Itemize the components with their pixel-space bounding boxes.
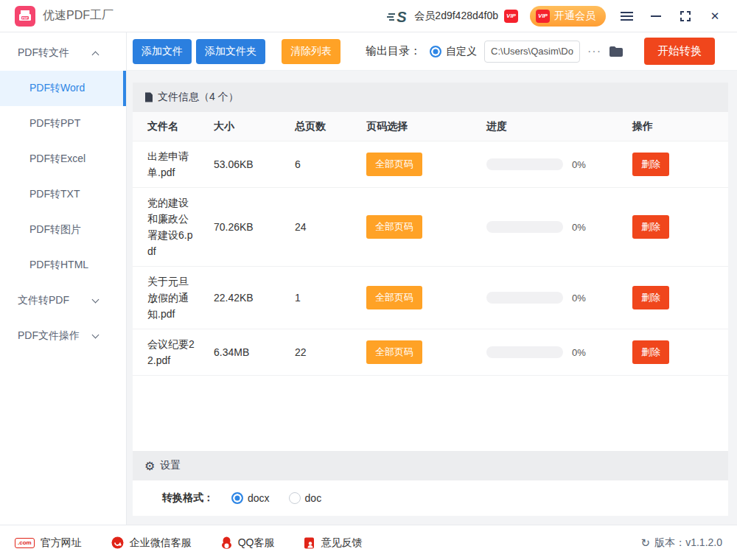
file-pages: 22 <box>295 340 366 365</box>
sidebar-item-pdf-to-excel[interactable]: PDF转Excel <box>0 141 126 177</box>
sidebar-group-file-to-pdf[interactable]: 文件转PDF <box>0 283 126 318</box>
start-convert-button[interactable]: 开始转换 <box>644 38 715 65</box>
sidebar-item-pdf-to-txt[interactable]: PDF转TXT <box>0 177 126 212</box>
format-doc-label: doc <box>305 492 322 504</box>
add-folder-button[interactable]: 添加文件夹 <box>196 39 265 64</box>
output-dir-label: 输出目录： <box>366 44 421 58</box>
folder-icon <box>609 46 624 57</box>
add-file-button[interactable]: 添加文件 <box>133 39 192 64</box>
file-size: 22.42KB <box>214 285 295 310</box>
file-name: 关于元旦放假的通知.pdf <box>133 267 206 329</box>
output-path-input[interactable] <box>484 41 580 63</box>
file-pages: 24 <box>295 214 366 239</box>
file-name: 会议纪要22.pdf <box>133 329 206 375</box>
delete-button[interactable]: 删除 <box>632 340 669 364</box>
version-label: 版本：v1.1.2.0 <box>654 536 722 550</box>
version-info: ↻ 版本：v1.1.2.0 <box>641 536 722 550</box>
progress-bar <box>486 346 563 358</box>
table-row: 关于元旦放假的通知.pdf 22.42KB 1 全部页码 0% 删除 <box>133 267 728 329</box>
official-site-label: 官方网址 <box>41 536 82 550</box>
column-header: 总页数 <box>295 113 366 140</box>
progress-percent: 0% <box>572 347 586 358</box>
progress-bar <box>486 292 563 304</box>
footer: .com 官方网址 企业微信客服 QQ客服 意 <box>0 525 737 560</box>
open-folder-button[interactable] <box>609 46 624 57</box>
main-area: 添加文件 添加文件夹 清除列表 输出目录： 自定义 ··· 开始转换 <box>127 32 737 525</box>
wechat-support-label: 企业微信客服 <box>130 536 192 550</box>
sidebar-item-pdf-to-html[interactable]: PDF转HTML <box>0 248 126 283</box>
sidebar-item-pdf-to-image[interactable]: PDF转图片 <box>0 212 126 248</box>
feedback-link[interactable]: 意见反馈 <box>304 536 362 550</box>
sidebar-item-label: PDF转Word <box>29 82 85 95</box>
column-header: 大小 <box>214 113 295 140</box>
progress-percent: 0% <box>572 293 586 304</box>
open-vip-button[interactable]: VIP 开通会员 <box>530 6 606 27</box>
custom-dir-radio[interactable]: 自定义 <box>430 45 477 58</box>
settings-header: ⚙ 设置 <box>133 451 728 480</box>
vip-icon: VIP <box>536 10 550 23</box>
group-label: PDF文件操作 <box>18 329 80 343</box>
refresh-icon[interactable]: ↻ <box>641 536 651 550</box>
clear-list-button[interactable]: 清除列表 <box>282 39 340 64</box>
wechat-support-link[interactable]: 企业微信客服 <box>111 536 192 550</box>
vip-badge-icon: VIP <box>504 10 518 23</box>
table-row: 会议纪要22.pdf 6.34MB 22 全部页码 0% 删除 <box>133 329 728 376</box>
app-logo-icon: PDF <box>15 6 35 27</box>
format-docx-label: docx <box>248 492 270 504</box>
file-pages: 1 <box>295 285 366 310</box>
sidebar-group-pdf-operations[interactable]: PDF文件操作 <box>0 318 126 354</box>
feedback-icon <box>304 537 315 549</box>
custom-dir-label: 自定义 <box>446 45 477 58</box>
delete-button[interactable]: 删除 <box>632 153 669 176</box>
feedback-label: 意见反馈 <box>321 536 362 550</box>
page-select-button[interactable]: 全部页码 <box>366 286 422 309</box>
column-header: 操作 <box>632 113 728 140</box>
page-select-button[interactable]: 全部页码 <box>366 153 422 176</box>
minimize-button[interactable] <box>647 7 665 25</box>
page-select-button[interactable]: 全部页码 <box>366 340 422 364</box>
settings-title: 设置 <box>160 459 181 472</box>
browse-more-button[interactable]: ··· <box>584 43 604 60</box>
format-doc-radio[interactable]: doc <box>289 492 322 504</box>
table-row: 党的建设和廉政公署建设6.pdf 70.26KB 24 全部页码 0% 删除 <box>133 188 728 267</box>
app-brand: PDF 优速PDF工厂 <box>15 6 113 27</box>
member-info[interactable]: S 会员2d9f428d4f0b VIP <box>386 8 518 24</box>
sidebar-group-pdf-to-file[interactable]: PDF转文件 <box>0 35 126 71</box>
file-size: 53.06KB <box>214 152 295 177</box>
file-size: 6.34MB <box>214 340 295 365</box>
progress-percent: 0% <box>572 222 586 233</box>
minimize-icon <box>651 15 661 17</box>
settings-body: 转换格式： docx doc <box>133 480 728 516</box>
sidebar-item-label: PDF转HTML <box>29 259 88 272</box>
sidebar-item-label: PDF转图片 <box>29 223 81 237</box>
column-header: 文件名 <box>133 113 214 140</box>
qq-support-link[interactable]: QQ客服 <box>221 536 275 550</box>
dot-com-icon: .com <box>15 538 35 548</box>
format-docx-radio[interactable]: docx <box>231 492 270 504</box>
titlebar: PDF 优速PDF工厂 S 会员2d9f428d4f0b VIP VIP 开通会… <box>0 0 737 32</box>
close-button[interactable]: ✕ <box>706 7 724 25</box>
file-panel: 文件信息（4 个） 文件名 大小 总页数 页码选择 进度 操作 出差申请单.pd… <box>133 83 728 516</box>
document-icon <box>144 92 153 102</box>
page-select-button[interactable]: 全部页码 <box>366 215 422 239</box>
menu-button[interactable] <box>618 7 635 25</box>
sidebar-item-pdf-to-word[interactable]: PDF转Word <box>0 71 126 106</box>
file-size: 70.26KB <box>214 214 295 239</box>
chevron-up-icon <box>92 51 99 58</box>
progress-bar <box>486 221 563 233</box>
file-info-title: 文件信息（4 个） <box>158 91 239 104</box>
progress-bar <box>486 158 563 170</box>
maximize-button[interactable] <box>677 7 694 25</box>
file-pages: 6 <box>295 152 366 177</box>
group-label: PDF转文件 <box>18 46 69 60</box>
sidebar-item-pdf-to-ppt[interactable]: PDF转PPT <box>0 106 126 141</box>
hamburger-icon <box>621 12 633 21</box>
official-site-link[interactable]: .com 官方网址 <box>15 536 82 550</box>
delete-button[interactable]: 删除 <box>632 215 669 239</box>
delete-button[interactable]: 删除 <box>632 286 669 309</box>
table-header: 文件名 大小 总页数 页码选择 进度 操作 <box>133 112 728 141</box>
app-window: PDF 优速PDF工厂 S 会员2d9f428d4f0b VIP VIP 开通会… <box>0 0 737 560</box>
progress-percent: 0% <box>572 159 586 170</box>
svg-text:PDF: PDF <box>22 15 29 19</box>
content-area: 文件信息（4 个） 文件名 大小 总页数 页码选择 进度 操作 出差申请单.pd… <box>127 71 737 525</box>
